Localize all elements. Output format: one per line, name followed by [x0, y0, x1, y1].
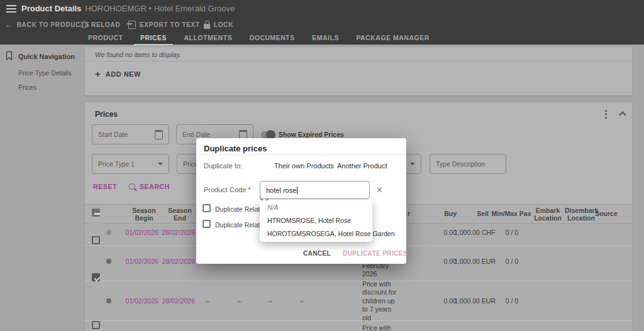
chevron-down-icon — [410, 163, 415, 165]
text-caret — [297, 187, 297, 194]
search-button[interactable]: SEARCH — [129, 183, 170, 190]
col-embark-location: EmbarkLocation — [533, 207, 562, 222]
sidebar-item-prices[interactable]: Prices — [18, 84, 36, 91]
col-source: Source — [595, 210, 618, 217]
col-buy: Buy — [434, 210, 457, 217]
export-to-text-button[interactable]: EXPORT TO TEXT — [128, 18, 200, 31]
duplicate-related-checkbox-1[interactable] — [203, 204, 211, 212]
price-type-1-select[interactable]: Price Type 1 — [92, 154, 169, 174]
product-code-label: Product Code * — [204, 186, 251, 193]
required-asterisk: * — [248, 186, 250, 193]
hamburger-menu-icon[interactable] — [6, 5, 16, 13]
minmax-value: 0 / 0 — [496, 258, 528, 265]
radio-their-own-products-label: Their own Products — [274, 162, 334, 170]
suggestion-hotel-rose[interactable]: HTROMSROSE, Hotel Rose — [260, 214, 372, 227]
price-description: Price withdiscount for children upto 7 y… — [362, 280, 413, 322]
export-icon — [128, 21, 136, 29]
back-arrow-icon: ← — [5, 20, 13, 29]
sidebar-item-price-type-details[interactable]: Price Type Details — [18, 69, 71, 77]
product-details-page: Product DetailsHOROHOEMGR • Hotel Emeral… — [0, 0, 644, 331]
duplicate-prices-button[interactable]: DUPLICATE PRICES — [343, 250, 408, 257]
product-code-input[interactable]: hotel rose — [260, 181, 370, 199]
price-description: February2026 — [362, 262, 411, 279]
page-title: Product DetailsHOROHOEMGR • Hotel Emeral… — [21, 0, 235, 18]
show-expired-prices-toggle[interactable] — [261, 131, 274, 138]
module-tabs: PRODUCT PRICES ALLOTMENTS DOCUMENTS EMAI… — [0, 31, 644, 45]
suggestion-na[interactable]: N/A — [260, 201, 372, 214]
tab-package-manager[interactable]: PACKAGE MANAGER — [350, 32, 435, 45]
search-label: SEARCH — [140, 183, 170, 190]
reset-button[interactable]: RESET — [93, 183, 117, 190]
show-expired-prices-label: Show Expired Prices — [279, 131, 344, 138]
row-checkbox[interactable] — [92, 321, 100, 329]
season-end-link[interactable]: 28/02/2026 — [161, 258, 195, 265]
card-divider — [85, 61, 632, 62]
start-date-placeholder: Start Date — [98, 131, 128, 138]
bookmark-icon — [5, 51, 15, 60]
sell-value: 1,000.00 EUR — [454, 297, 492, 305]
row-checkbox[interactable] — [92, 236, 100, 244]
tab-allotments[interactable]: ALLOTMENTS — [177, 32, 238, 45]
product-code-value: hotel rose — [266, 187, 296, 194]
lock-icon — [204, 24, 210, 29]
col-minmax-pax: Min/Max Pax — [491, 210, 532, 217]
sell-value: 1,000.00 CHF — [454, 229, 492, 236]
empty-cell-dash: – — [199, 297, 216, 305]
action-toolbar: ← BACK TO PRODUCTS RELOAD EXPORT TO TEXT… — [0, 18, 644, 31]
page-title-text: Product Details — [21, 4, 81, 13]
row-checkbox[interactable] — [92, 273, 100, 281]
col-sell: Sell — [462, 210, 489, 217]
back-to-products-button[interactable]: ← BACK TO PRODUCTS — [5, 18, 89, 31]
season-begin-link[interactable]: 01/02/2026 — [123, 229, 158, 236]
type-description-placeholder: Type Description — [436, 160, 485, 168]
dialog-title: Duplicate prices — [204, 144, 267, 153]
table-row — [85, 321, 632, 331]
tab-emails[interactable]: EMAILS — [306, 32, 345, 45]
empty-state-message: We found no items to display. — [95, 51, 181, 58]
tab-prices[interactable]: PRICES — [134, 32, 173, 45]
top-app-bar: Product DetailsHOROHOEMGR • Hotel Emeral… — [0, 0, 644, 18]
reload-button[interactable]: RELOAD — [80, 18, 120, 31]
empty-cell-dash: – — [262, 297, 279, 305]
duplicate-to-label: Duplicate to: — [204, 162, 242, 170]
price-type-1-value: Price Type 1 — [98, 160, 135, 168]
duplicate-related-checkbox-2[interactable] — [203, 220, 211, 228]
chevron-down-icon — [158, 163, 163, 165]
lock-button[interactable]: LOCK — [204, 18, 233, 31]
type-description-input[interactable]: Type Description — [430, 154, 506, 174]
season-end-link[interactable]: 28/02/2026 — [161, 297, 195, 305]
sell-value: 1,000.00 EUR — [454, 258, 492, 265]
suggestion-hotel-rose-garden[interactable]: HOROTGMSROSEGA, Hotel Rose Garden — [260, 227, 372, 241]
select-all-checkbox[interactable] — [92, 209, 100, 217]
col-season-end: SeasonEnd — [165, 207, 195, 222]
add-new-label: ADD NEW — [106, 70, 141, 78]
price-description: Price with — [362, 324, 413, 331]
minmax-value: 0 / 0 — [496, 229, 528, 236]
row-status-dot — [106, 259, 111, 264]
search-icon — [129, 183, 135, 190]
season-begin-link[interactable]: 01/02/2026 — [123, 258, 158, 265]
reload-label: RELOAD — [91, 21, 120, 28]
col-disembark-location: DisembarkLocation — [565, 207, 597, 222]
quick-navigation-title: Quick Navigation — [18, 53, 75, 60]
cancel-button[interactable]: CANCEL — [303, 250, 331, 257]
back-to-products-label: BACK TO PRODUCTS — [17, 21, 89, 28]
plus-icon: + — [95, 70, 101, 79]
clear-input-icon[interactable]: ✕ — [376, 186, 383, 194]
minmax-value: 0 / 0 — [496, 297, 528, 305]
product-identifier: HOROHOEMGR • Hotel Emerald Groove — [85, 4, 235, 13]
product-suggestions-dropdown: N/A HTROMSROSE, Hotel Rose HOROTGMSROSEG… — [260, 200, 372, 242]
panel-menu-kebab-icon[interactable] — [602, 108, 609, 120]
row-status-dot — [106, 230, 111, 235]
add-new-button[interactable]: + ADD NEW — [95, 70, 141, 79]
tab-product[interactable]: PRODUCT — [82, 32, 129, 45]
dialog-divider — [196, 155, 406, 155]
season-end-link[interactable]: 28/02/2026 — [161, 229, 195, 236]
start-date-input[interactable]: Start Date — [92, 124, 169, 144]
buy-value: 0.00 — [434, 258, 457, 265]
lock-label: LOCK — [214, 21, 233, 28]
season-begin-link[interactable]: 01/02/2026 — [123, 297, 158, 305]
empty-cell-dash: – — [230, 297, 248, 305]
end-date-placeholder: End Date — [182, 131, 210, 138]
tab-documents[interactable]: DOCUMENTS — [243, 32, 301, 45]
